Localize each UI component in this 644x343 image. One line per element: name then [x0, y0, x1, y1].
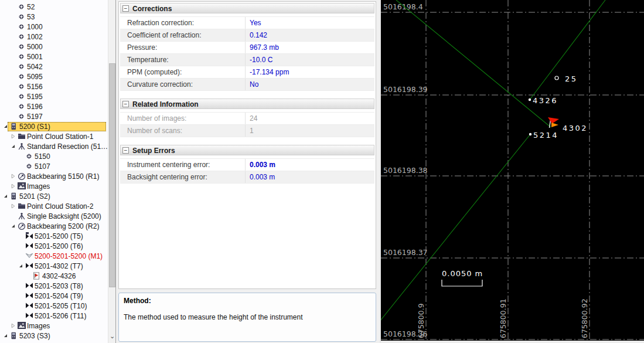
scrollbar-thumb[interactable]: [109, 63, 115, 287]
tree-expander-collapsed-icon[interactable]: [11, 174, 16, 179]
tree-item-5200-5201-5200-m1[interactable]: 5200-5201-5200 (M1): [0, 252, 108, 262]
tree-expander-expanded-icon[interactable]: [11, 144, 16, 150]
flagdoc-icon: [33, 272, 41, 280]
tree-item-label: Point Cloud Station-2: [27, 202, 93, 211]
property-row: Refraction correction:Yes: [120, 17, 374, 29]
tree-item-label: 5201-5200 (T6): [35, 242, 83, 251]
collapse-toggle[interactable]: −: [122, 5, 129, 12]
point-icon: [18, 93, 26, 101]
tree-item-5201-5200-t5[interactable]: 5201-5200 (T5): [0, 232, 108, 242]
tree-item-5001[interactable]: 5001: [0, 52, 108, 62]
plan-view-svg[interactable]: 5016198.45016198.395016198.385016198.375…: [381, 0, 644, 343]
tree-item-standard-resection-51[interactable]: Standard Resection (51…: [0, 142, 108, 152]
tree-item-images[interactable]: Images: [0, 182, 108, 192]
tree-item-label: 5201-5203 (T8): [35, 282, 83, 291]
point-icon: [18, 23, 26, 31]
tree-expander-expanded-icon[interactable]: [3, 124, 9, 130]
collapse-toggle[interactable]: −: [122, 147, 129, 154]
tree-item-5201-5206-t11[interactable]: 5201-5206 (T11): [0, 311, 108, 321]
tree-item-5201-s2[interactable]: 5201 (S2): [0, 192, 108, 202]
tree-item-label: 5196: [27, 103, 43, 111]
project-explorer-tree[interactable]: 5253100010025000500150425095515651955196…: [0, 0, 115, 343]
tree-item-label: Single Backsight (5200): [27, 212, 101, 221]
tree-item-single-backsight-5200[interactable]: Single Backsight (5200): [0, 212, 108, 222]
property-value[interactable]: Yes: [245, 17, 374, 29]
tree-item-5000[interactable]: 5000: [0, 42, 108, 52]
property-value[interactable]: 0.003 m: [245, 171, 374, 183]
property-value[interactable]: 0.003 m: [245, 159, 374, 171]
tree-expander-expanded-icon[interactable]: [3, 193, 9, 199]
station-icon: [10, 192, 18, 201]
property-value[interactable]: -10.0 C: [245, 54, 374, 66]
tree-item-5197[interactable]: 5197: [0, 112, 108, 122]
tree-item-5196[interactable]: 5196: [0, 102, 108, 112]
tree-item-1000[interactable]: 1000: [0, 22, 108, 32]
point-icon: [18, 13, 26, 21]
tree-item-5042[interactable]: 5042: [0, 62, 108, 72]
tree-item-5150[interactable]: 5150: [0, 152, 108, 162]
tree-item-5203-s3[interactable]: 5203 (S3): [0, 331, 108, 341]
tree-item-backbearing-5150-r1[interactable]: Backbearing 5150 (R1): [0, 172, 108, 182]
property-value[interactable]: 24: [245, 113, 374, 124]
tree-item-5201-5205-t10[interactable]: 5201-5205 (T10): [0, 301, 108, 311]
tree-item-5201-5203-t8[interactable]: 5201-5203 (T8): [0, 281, 108, 291]
properties-panel: −CorrectionsRefraction correction:YesCoe…: [115, 0, 380, 343]
obs-icon: [25, 292, 33, 300]
collapse-toggle[interactable]: −: [122, 101, 129, 107]
property-value[interactable]: -17.134 ppm: [245, 66, 374, 78]
resection-icon: [18, 212, 26, 220]
tree-item-point-cloud-station-1[interactable]: Point Cloud Station-1: [0, 132, 108, 142]
tree-item-label: 5203 (S3): [19, 332, 50, 341]
property-row: PPM (computed):-17.134 ppm: [120, 66, 374, 79]
tree-expander-expanded-icon[interactable]: [18, 263, 24, 269]
property-label: Number of images:: [120, 113, 245, 124]
property-value[interactable]: No: [245, 79, 374, 90]
property-value[interactable]: 967.3 mb: [245, 42, 374, 53]
tree-item-label: 5095: [27, 73, 43, 81]
tree-item-1002[interactable]: 1002: [0, 32, 108, 42]
tree-expander-expanded-icon[interactable]: [3, 333, 9, 339]
obs-icon: [25, 282, 33, 290]
tree-item-5201-4302-t7[interactable]: 5201-4302 (T7): [0, 262, 108, 271]
tree-item-5095[interactable]: 5095: [0, 72, 108, 82]
section-title: Setup Errors: [132, 146, 175, 155]
tree-item-5201-5200-t6[interactable]: 5201-5200 (T6): [0, 242, 108, 252]
tree-item-backbearing-5200-r2[interactable]: Backbearing 5200 (R2): [0, 222, 108, 232]
section-header-setup-errors: −Setup Errors: [120, 145, 374, 155]
section-title: Related Information: [132, 100, 199, 109]
tree-item-5201-5204-t9[interactable]: 5201-5204 (T9): [0, 291, 108, 301]
tree-item-images[interactable]: Images: [0, 321, 108, 331]
tree-item-label: 5201-5206 (T11): [35, 312, 87, 321]
tree-item-label: 5156: [27, 83, 43, 91]
tree-item-4302-4326[interactable]: 4302-4326: [0, 271, 108, 281]
tree-expander-collapsed-icon[interactable]: [11, 323, 16, 329]
tree-expander-collapsed-icon[interactable]: [11, 184, 16, 189]
tree-item-53[interactable]: 53: [0, 12, 108, 22]
tree-item-5195[interactable]: 5195: [0, 92, 108, 102]
tree-item-point-cloud-station-2[interactable]: Point Cloud Station-2: [0, 202, 108, 212]
folder-icon: [18, 133, 26, 141]
tree-expander-collapsed-icon[interactable]: [11, 134, 16, 140]
point-icon: [18, 43, 26, 51]
section-header-corrections: −Corrections: [120, 3, 374, 13]
x-axis-tick-label: 675800.91: [499, 298, 507, 338]
plan-view-map[interactable]: 5016198.45016198.395016198.385016198.375…: [380, 0, 644, 343]
tree-expander-expanded-icon[interactable]: [11, 223, 16, 229]
tree-item-5107[interactable]: 5107: [0, 162, 108, 172]
tree-item-label: Backbearing 5200 (R2): [27, 222, 99, 231]
tree-item-5200-s1[interactable]: 5200 (S1): [0, 122, 108, 132]
tree-item-label: 53: [27, 13, 35, 22]
property-value[interactable]: 0.142: [245, 29, 374, 41]
property-value[interactable]: 1: [245, 125, 374, 137]
property-row: Number of images:24: [120, 113, 374, 125]
property-label: Temperature:: [120, 54, 245, 66]
obs-icon: [25, 312, 33, 320]
point-icon: [18, 83, 26, 91]
tree-item-5156[interactable]: 5156: [0, 82, 108, 92]
property-label: Coefficient of refraction:: [120, 29, 245, 41]
tree-item-52[interactable]: 52: [0, 2, 108, 12]
tree-vertical-scrollbar[interactable]: ⌄: [108, 0, 115, 343]
tree-expander-collapsed-icon[interactable]: [11, 203, 16, 209]
property-row: Backsight centering error:0.003 m: [120, 171, 374, 184]
property-row: Number of scans:1: [120, 125, 374, 137]
